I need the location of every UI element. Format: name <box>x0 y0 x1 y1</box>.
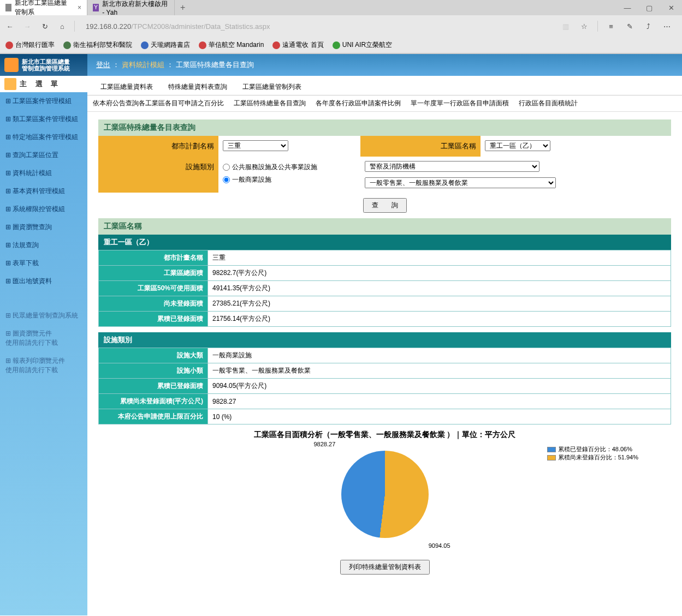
zone-name-label: 工業區名稱 <box>360 136 481 157</box>
page-icon <box>5 4 11 11</box>
query-form: 都市計劃名稱 三重 工業區名稱 重工一區（乙） 設施類別 公共服務設施及公共事業… <box>98 136 671 193</box>
sidebar-extra-item[interactable]: ⊞ 報表列印瀏覽元件 使用前請先行下載 <box>0 352 87 379</box>
facility-sub-select-2[interactable]: 一般零售業、一般服務業及餐飲業 <box>365 177 556 188</box>
table-cell-label: 尚未登錄面積 <box>99 296 208 312</box>
app-title-line1: 新北市工業區總量 <box>22 58 70 65</box>
bookmark-item[interactable]: 遠通電收 首頁 <box>272 40 323 50</box>
bookmark-item[interactable]: 衛生福利部雙和醫院 <box>63 40 132 50</box>
table-cell-value: 9828.27 <box>208 394 671 409</box>
browser-chrome: 新北市工業區總量管制系 × Y 新北市政府新大樓啟用 - Yah + — ▢ ✕… <box>0 0 682 54</box>
home-button[interactable]: ⌂ <box>57 21 68 32</box>
close-icon[interactable]: × <box>78 4 81 11</box>
sidebar-menu-item[interactable]: ⊞ 系統權限控管模組 <box>0 200 87 218</box>
table-row: 設施小類一般零售業、一般服務業及餐飲業 <box>99 363 671 379</box>
sidebar-extra-item[interactable]: ⊞ 民眾總量管制查詢系統 <box>0 307 87 325</box>
facility-radio-public[interactable] <box>223 164 230 171</box>
facility-radio-commercial[interactable] <box>223 176 230 183</box>
zone-name-select[interactable]: 重工一區（乙） <box>485 140 550 151</box>
table-row: 累積尚未登錄面積(平方公尺)9828.27 <box>99 394 671 409</box>
sub-tab[interactable]: 依本府公告查詢各工業區各目可申請之百分比 <box>93 99 224 108</box>
sub-tab[interactable]: 單一年度單一行政區各目申請面積 <box>411 99 509 108</box>
print-button[interactable]: 列印特殊總量管制資料表 <box>340 560 430 575</box>
maximize-button[interactable]: ▢ <box>638 0 660 15</box>
sidebar: 新北市工業區總量 管制查詢管理系統 主 選 單 ⊞ 工業區案件管理模組⊞ 類工業… <box>0 54 87 615</box>
main-tab[interactable]: 工業區總量管制列表 <box>235 79 309 95</box>
back-button[interactable]: ← <box>4 21 15 32</box>
table-cell-value: 21756.14(平方公尺) <box>208 312 671 327</box>
bookmark-item[interactable]: 華信航空 Mandarin <box>199 40 264 50</box>
close-window-button[interactable]: ✕ <box>660 0 682 15</box>
plan-name-select[interactable]: 三重 <box>223 140 288 151</box>
sidebar-extra-item[interactable]: ⊞ 圖資瀏覽元件 使用前請先行下載 <box>0 325 87 352</box>
address-bar[interactable]: 192.168.0.220/TPCM2008/administer/Data_S… <box>81 20 548 33</box>
reading-view-icon[interactable]: ▥ <box>560 21 571 32</box>
sub-tab[interactable]: 工業區特殊總量各目查詢 <box>234 99 306 108</box>
menu-extra-list: ⊞ 民眾總量管制查詢系統⊞ 圖資瀏覽元件 使用前請先行下載⊞ 報表列印瀏覽元件 … <box>0 307 87 379</box>
table-cell-value: 49141.35(平方公尺) <box>208 281 671 296</box>
table-cell-label: 累積尚未登錄面積(平方公尺) <box>99 394 208 409</box>
table-cell-label: 設施小類 <box>99 363 208 379</box>
chart-area: 9828.27 9094.05 累積已登錄百分比：48.06% 累積尚未登錄百分… <box>98 445 671 554</box>
sub-tab[interactable]: 行政區各目面積統計 <box>519 99 578 108</box>
sidebar-menu-item[interactable]: ⊞ 類工業區案件管理模組 <box>0 110 87 128</box>
new-tab-button[interactable]: + <box>175 3 191 13</box>
forward-button[interactable]: → <box>22 21 33 32</box>
query-button[interactable]: 查 詢 <box>363 198 407 213</box>
table-cell-label: 設施大類 <box>99 348 208 363</box>
menu-icon <box>4 78 16 90</box>
refresh-button[interactable]: ↻ <box>39 21 50 32</box>
breadcrumb-module: 資料統計模組 <box>122 60 164 70</box>
more-icon[interactable]: ⋯ <box>661 21 672 32</box>
main-tab[interactable]: 特殊總量資料表查詢 <box>161 79 235 95</box>
app-root: 新北市工業區總量 管制查詢管理系統 主 選 單 ⊞ 工業區案件管理模組⊞ 類工業… <box>0 54 682 615</box>
pie-chart <box>341 451 429 538</box>
share-icon[interactable]: ⤴ <box>643 21 654 32</box>
table-row: 工業區50%可使用面積49141.35(平方公尺) <box>99 281 671 296</box>
tabs-sub: 依本府公告查詢各工業區各目可申請之百分比工業區特殊總量各目查詢各年度各行政區申請… <box>87 95 682 112</box>
chart-title: 工業區各目面積分析（一般零售業、一般服務業及餐飲業 ）｜單位：平方公尺 <box>98 424 671 445</box>
bookmark-item[interactable]: 台灣銀行匯率 <box>5 40 55 50</box>
tab-title: 新北市政府新大樓啟用 - Yah <box>102 0 169 16</box>
sidebar-menu-item[interactable]: ⊞ 資料統計模組 <box>0 164 87 182</box>
sidebar-menu-item[interactable]: ⊞ 匯出地號資料 <box>0 272 87 290</box>
favorite-icon[interactable]: ☆ <box>579 21 590 32</box>
table-row: 工業區總面積98282.7(平方公尺) <box>99 266 671 281</box>
notes-icon[interactable]: ✎ <box>624 21 635 32</box>
result-table-2: 設施大類一般商業設施設施小類一般零售業、一般服務業及餐飲業累積已登錄面積9094… <box>98 348 671 424</box>
main-tab[interactable]: 工業區總量資料表 <box>93 79 161 95</box>
bookmark-item[interactable]: 天瓏網路書店 <box>141 40 190 50</box>
table-cell-label: 本府公告申請使用上限百分比 <box>99 409 208 424</box>
table-cell-label: 都市計畫名稱 <box>99 250 208 266</box>
sidebar-menu-item[interactable]: ⊞ 表單下載 <box>0 254 87 272</box>
sidebar-menu-item[interactable]: ⊞ 法規查詢 <box>0 236 87 254</box>
sidebar-menu-item[interactable]: ⊞ 工業區案件管理模組 <box>0 92 87 110</box>
app-logo-icon <box>4 58 19 72</box>
breadcrumb-page: 工業區特殊總量各目查詢 <box>176 60 254 70</box>
query-panel-title: 工業區特殊總量各目表查詢 <box>98 119 671 136</box>
table-row: 累積已登錄面積21756.14(平方公尺) <box>99 312 671 327</box>
tabs-main: 工業區總量資料表特殊總量資料表查詢工業區總量管制列表 <box>87 76 682 95</box>
table-cell-label: 工業區總面積 <box>99 266 208 281</box>
table-cell-value: 一般商業設施 <box>208 348 671 363</box>
table-cell-label: 工業區50%可使用面積 <box>99 281 208 296</box>
sidebar-menu-item[interactable]: ⊞ 特定地區案件管理模組 <box>0 128 87 146</box>
logout-link[interactable]: 登出 <box>96 60 110 70</box>
sub-tab[interactable]: 各年度各行政區申請案件比例 <box>316 99 401 108</box>
bookmark-item[interactable]: UNI AIR立榮航空 <box>333 40 392 50</box>
hub-icon[interactable]: ≡ <box>606 21 616 32</box>
sidebar-menu-item[interactable]: ⊞ 基本資料管理模組 <box>0 182 87 200</box>
facility-sub-select-1[interactable]: 警察及消防機構 <box>365 161 539 172</box>
page-icon: Y <box>93 4 99 11</box>
chart-legend: 累積已登錄百分比：48.06% 累積尚未登錄百分比：51.94% <box>547 445 638 462</box>
browser-tab-active[interactable]: 新北市工業區總量管制系 × <box>0 0 87 15</box>
minimize-button[interactable]: — <box>616 0 638 15</box>
plan-name-label: 都市計劃名稱 <box>98 136 218 157</box>
pie-label-top: 9828.27 <box>314 441 336 447</box>
table-cell-label: 累積已登錄面積 <box>99 379 208 394</box>
result-table-1: 都市計畫名稱三重工業區總面積98282.7(平方公尺)工業區50%可使用面積49… <box>98 250 671 327</box>
sidebar-menu-item[interactable]: ⊞ 查詢工業區位置 <box>0 146 87 164</box>
browser-tab-inactive[interactable]: Y 新北市政府新大樓啟用 - Yah <box>87 0 175 15</box>
table-row: 設施大類一般商業設施 <box>99 348 671 363</box>
sidebar-menu-item[interactable]: ⊞ 圖資瀏覽查詢 <box>0 218 87 236</box>
table-row: 尚未登錄面積27385.21(平方公尺) <box>99 296 671 312</box>
